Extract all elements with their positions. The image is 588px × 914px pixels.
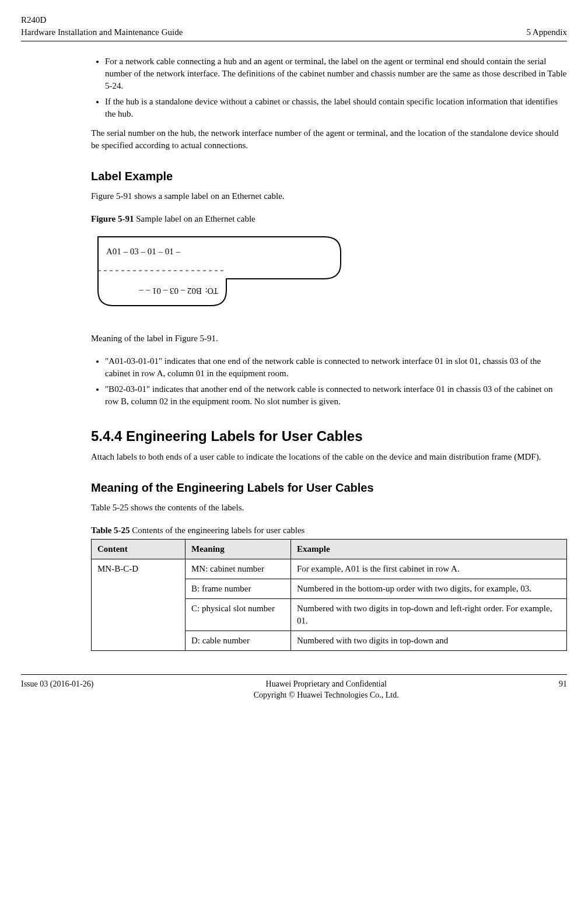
content-cell: MN-B-C-D bbox=[92, 559, 186, 650]
figure-caption: Figure 5-91 Sample label on an Ethernet … bbox=[91, 213, 567, 225]
list-item: For a network cable connecting a hub and… bbox=[105, 55, 567, 92]
example-cell: For example, A01 is the first cabinet in… bbox=[291, 559, 567, 579]
meaning-intro: Meaning of the label in Figure 5-91. bbox=[91, 332, 567, 345]
section-544-subpara: Table 5-25 shows the contents of the lab… bbox=[91, 502, 567, 514]
footer-center: Huawei Proprietary and Confidential Copy… bbox=[254, 678, 399, 701]
col-header-example: Example bbox=[291, 539, 567, 559]
footer-page-number: 91 bbox=[559, 678, 567, 701]
example-cell: Numbered with two digits in top-down and… bbox=[291, 598, 567, 631]
table-row: MN-B-C-D MN: cabinet number For example,… bbox=[92, 559, 567, 579]
col-header-meaning: Meaning bbox=[186, 539, 291, 559]
footer-proprietary: Huawei Proprietary and Confidential bbox=[254, 678, 399, 690]
figure-label: Figure 5-91 bbox=[91, 214, 134, 223]
list-item: If the hub is a standalone device withou… bbox=[105, 96, 567, 120]
intro-paragraph: The serial number on the hub, the networ… bbox=[91, 127, 567, 152]
meaning-cell: MN: cabinet number bbox=[186, 559, 291, 579]
table-label: Table 5-25 bbox=[91, 526, 130, 535]
label-example-intro: Figure 5-91 shows a sample label on an E… bbox=[91, 190, 567, 202]
table-header-row: Content Meaning Example bbox=[92, 539, 567, 559]
table-caption: Table 5-25 Contents of the engineering l… bbox=[91, 524, 567, 537]
intro-bullet-list: For a network cable connecting a hub and… bbox=[91, 55, 567, 120]
chapter-label: 5 Appendix bbox=[526, 26, 567, 38]
label-top-text: A01 – 03 – 01 – 01 – bbox=[106, 247, 181, 256]
page-footer: Issue 03 (2016-01-26) Huawei Proprietary… bbox=[21, 674, 567, 701]
meaning-cell: D: cable number bbox=[186, 631, 291, 650]
meaning-bullet-list: "A01-03-01-01" indicates that one end of… bbox=[91, 355, 567, 408]
page-header: R240D Hardware Installation and Maintena… bbox=[21, 14, 567, 41]
section-544-subheading: Meaning of the Engineering Labels for Us… bbox=[91, 479, 567, 496]
list-item: "A01-03-01-01" indicates that one end of… bbox=[105, 355, 567, 380]
label-to-prefix: TO: bbox=[205, 286, 218, 295]
product-code: R240D bbox=[21, 14, 183, 26]
footer-copyright: Copyright © Huawei Technologies Co., Ltd… bbox=[254, 689, 399, 701]
ethernet-label-figure: A01 – 03 – 01 – 01 – TO: B02 – 03 – 01 –… bbox=[91, 230, 567, 315]
example-cell: Numbered with two digits in top-down and bbox=[291, 631, 567, 650]
figure-caption-text: Sample label on an Ethernet cable bbox=[134, 214, 255, 223]
table-caption-text: Contents of the engineering labels for u… bbox=[130, 526, 305, 535]
list-item: "B02-03-01" indicates that another end o… bbox=[105, 383, 567, 408]
doc-title: Hardware Installation and Maintenance Gu… bbox=[21, 26, 183, 38]
section-544-para: Attach labels to both ends of a user cab… bbox=[91, 451, 567, 463]
label-bottom-code: B02 – 03 – 01 – – bbox=[139, 286, 202, 296]
label-example-heading: Label Example bbox=[91, 168, 567, 184]
col-header-content: Content bbox=[92, 539, 186, 559]
meaning-cell: C: physical slot number bbox=[186, 598, 291, 631]
section-544-heading: 5.4.4 Engineering Labels for User Cables bbox=[91, 426, 567, 446]
header-left: R240D Hardware Installation and Maintena… bbox=[21, 14, 183, 38]
meaning-cell: B: frame number bbox=[186, 579, 291, 598]
labels-table: Content Meaning Example MN-B-C-D MN: cab… bbox=[91, 539, 567, 651]
example-cell: Numbered in the bottom-up order with two… bbox=[291, 579, 567, 598]
footer-issue: Issue 03 (2016-01-26) bbox=[21, 678, 93, 701]
